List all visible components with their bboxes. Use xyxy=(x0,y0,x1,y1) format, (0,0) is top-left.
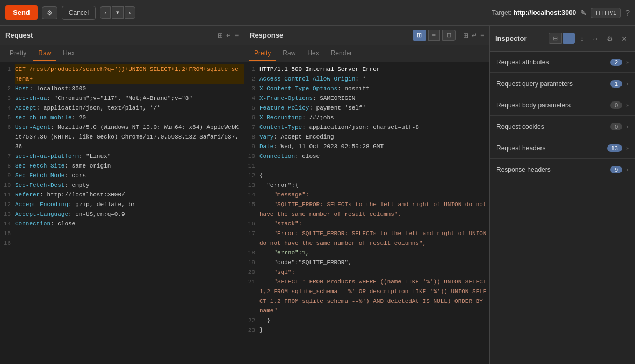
navigation-buttons: ‹ ▾ › xyxy=(100,6,135,19)
line-content: X-Frame-Options: SAMEORIGIN xyxy=(259,93,489,103)
inspector-view-table[interactable]: ≡ xyxy=(563,33,575,44)
response-line-23: 23} xyxy=(244,325,489,335)
request-line-2: 2Host: localhost:3000 xyxy=(0,84,244,93)
response-code-area[interactable]: 1HTTP/1.1 500 Internal Server Error2Acce… xyxy=(244,62,489,364)
response-header-key: Content-Type xyxy=(259,124,302,130)
tab-response-raw[interactable]: Raw xyxy=(277,46,301,61)
inspector-section-5[interactable]: Response headers9› xyxy=(490,159,635,180)
line-content: "code":"SQLITE_ERROR", xyxy=(259,258,489,267)
response-line-6: 6X-Recruiting: /#/jobs xyxy=(244,113,489,122)
tab-response-pretty[interactable]: Pretty xyxy=(249,46,276,61)
line-number: 13 xyxy=(0,209,15,219)
nav-back-button[interactable]: ‹ xyxy=(100,6,111,19)
response-line-8: 8Vary: Accept-Encoding xyxy=(244,132,489,142)
response-view-list[interactable]: ≡ xyxy=(428,30,440,41)
inspector-section-4[interactable]: Request headers13› xyxy=(490,137,635,159)
cancel-button[interactable]: Cancel xyxy=(62,6,96,20)
inspector-view-grid[interactable]: ⊞ xyxy=(549,33,562,44)
request-body-icon[interactable]: ⊞ xyxy=(218,32,223,39)
line-number: 16 xyxy=(244,219,259,229)
inspector-header: Inspector ⊞ ≡ ↕ ↔ ⚙ ✕ xyxy=(490,26,635,52)
response-body-icon[interactable]: ⊞ xyxy=(463,32,468,39)
header-key: sec-ch-ua-mobile xyxy=(15,114,72,121)
request-tab-bar: Pretty Raw Hex xyxy=(0,45,244,62)
chevron-right-icon: › xyxy=(626,166,629,173)
request-line-10: 10Sec-Fetch-Dest: empty xyxy=(0,180,244,190)
inspector-section-0[interactable]: Request attributes2› xyxy=(490,52,635,73)
inspector-expand-icon[interactable]: ↕ xyxy=(578,33,586,44)
header-key: Connection xyxy=(15,221,50,227)
line-number: 13 xyxy=(244,180,259,190)
inspector-section-2[interactable]: Request body parameters0› xyxy=(490,94,635,116)
nav-forward-button[interactable]: › xyxy=(125,6,135,19)
line-content: } xyxy=(259,325,489,335)
header-key: Host xyxy=(15,85,29,92)
help-icon[interactable]: ? xyxy=(625,9,630,17)
tab-response-render[interactable]: Render xyxy=(326,46,357,61)
tab-response-hex[interactable]: Hex xyxy=(302,46,324,61)
tab-request-hex[interactable]: Hex xyxy=(57,46,80,61)
line-number: 16 xyxy=(0,238,15,248)
line-content: "Error: SQLITE_ERROR: SELECTs to the lef… xyxy=(259,229,489,248)
header-key: Sec-Fetch-Site xyxy=(15,163,64,169)
response-newline-icon[interactable]: ↵ xyxy=(472,32,477,39)
line-number: 4 xyxy=(0,103,15,113)
inspector-settings-icon[interactable]: ⚙ xyxy=(604,33,616,44)
edit-target-icon[interactable]: ✎ xyxy=(580,9,587,17)
header-value: : close xyxy=(50,221,75,227)
header-value: : same-origin xyxy=(64,163,111,169)
response-line-17: 17 "Error: SQLITE_ERROR: SELECTs to the … xyxy=(244,229,489,248)
line-number: 12 xyxy=(0,200,15,209)
response-line-14: 14 "message": xyxy=(244,190,489,200)
request-line-5: 5sec-ch-ua-mobile: ?0 xyxy=(0,113,244,122)
response-view-raw-btn[interactable]: ⊡ xyxy=(442,30,456,41)
request-code-area[interactable]: 1GET /rest/products/search?q=‘))+UNION+S… xyxy=(0,62,244,364)
line-content: Sec-Fetch-Dest: empty xyxy=(15,180,244,190)
request-line-14: 14Connection: close xyxy=(0,219,244,229)
tab-request-pretty[interactable]: Pretty xyxy=(4,46,32,61)
request-newline-icon[interactable]: ↵ xyxy=(226,32,232,39)
line-content: sec-ch-ua: "Chromium";v="117", "Not;A=Br… xyxy=(15,93,244,103)
section-label: Response headers xyxy=(496,166,610,173)
response-line-11: 11 xyxy=(244,161,489,171)
line-content: "stack": xyxy=(259,219,489,229)
request-menu-icon[interactable]: ≡ xyxy=(235,32,239,39)
chevron-right-icon: › xyxy=(626,59,629,66)
line-number: 1 xyxy=(0,64,15,84)
line-number: 23 xyxy=(244,325,259,335)
http-version-button[interactable]: HTTP/1 xyxy=(591,8,621,18)
request-line-6: 6User-Agent: Mozilla/5.0 (Windows NT 10.… xyxy=(0,122,244,151)
settings-icon-button[interactable]: ⚙ xyxy=(42,6,57,19)
header-key: sec-ch-ua xyxy=(15,95,47,101)
line-content: Date: Wed, 11 Oct 2023 02:59:28 GMT xyxy=(259,142,489,151)
line-content: Vary: Accept-Encoding xyxy=(259,132,489,142)
line-number: 6 xyxy=(244,113,259,122)
response-menu-icon[interactable]: ≡ xyxy=(480,32,484,39)
tab-request-raw[interactable]: Raw xyxy=(33,46,56,61)
request-line-16: 16 xyxy=(0,238,244,248)
response-view-table[interactable]: ⊞ xyxy=(413,30,426,41)
line-content: HTTP/1.1 500 Internal Server Error xyxy=(259,64,489,74)
response-line-3: 3X-Content-Type-Options: nosniff xyxy=(244,84,489,93)
response-line-19: 19 "code":"SQLITE_ERROR", xyxy=(244,258,489,267)
request-line-11: 11Referer: http://localhost:3000/ xyxy=(0,190,244,200)
section-count: 0 xyxy=(610,101,622,109)
response-header-value: : application/json; charset=utf-8 xyxy=(302,124,419,130)
inspector-close-icon[interactable]: ✕ xyxy=(619,33,630,44)
header-value: : ?0 xyxy=(72,114,86,121)
line-number: 8 xyxy=(244,132,259,142)
request-header-icons: ⊞ ↵ ≡ xyxy=(218,32,239,39)
nav-dropdown-button[interactable]: ▾ xyxy=(112,6,124,19)
line-content xyxy=(15,238,244,248)
line-number: 14 xyxy=(244,190,259,200)
response-line-5: 5Feature-Policy: payment 'self' xyxy=(244,103,489,113)
inspector-collapse-icon[interactable]: ↔ xyxy=(589,33,601,44)
response-line-10: 10Connection: close xyxy=(244,151,489,161)
request-line-3: 3sec-ch-ua: "Chromium";v="117", "Not;A=B… xyxy=(0,93,244,103)
line-number: 12 xyxy=(244,171,259,180)
line-content: "message": xyxy=(259,190,489,200)
inspector-section-3[interactable]: Request cookies0› xyxy=(490,116,635,137)
send-button[interactable]: Send xyxy=(5,5,38,20)
inspector-section-1[interactable]: Request query parameters1› xyxy=(490,73,635,94)
response-line-15: 15 "SQLITE_ERROR: SELECTs to the left an… xyxy=(244,200,489,219)
